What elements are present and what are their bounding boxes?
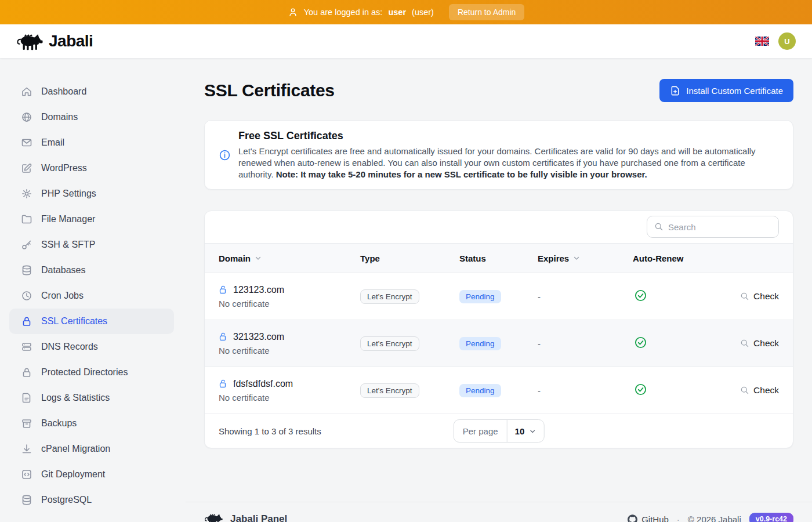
sidebar-item-cron-jobs[interactable]: Cron Jobs xyxy=(9,283,174,309)
page-footer: Jabali Panel GitHub · © 2026 Jabali v0.9… xyxy=(186,502,812,522)
sidebar-item-label: SSL Certificates xyxy=(41,316,107,327)
auto-renew-check-icon xyxy=(634,289,647,302)
search-icon xyxy=(740,339,749,348)
certificate-status-text: No certificate xyxy=(219,393,360,403)
info-box-title: Free SSL Certificates xyxy=(238,129,777,142)
globe-icon xyxy=(21,111,32,123)
expires-value: - xyxy=(538,339,633,349)
boar-logo-icon xyxy=(16,32,43,50)
folder-icon xyxy=(21,213,32,225)
logged-in-username: user xyxy=(388,8,406,17)
sidebar-item-label: Git Deployment xyxy=(41,469,105,480)
database-icon xyxy=(21,494,32,506)
sidebar-item-dns-records[interactable]: DNS Records xyxy=(9,334,174,360)
type-badge: Let's Encrypt xyxy=(360,289,419,304)
install-custom-certificate-button[interactable]: Install Custom Certificate xyxy=(659,79,793,102)
gear-icon xyxy=(21,188,32,200)
column-header-auto-renew: Auto-Renew xyxy=(633,253,779,263)
table-row: 321323.com No certificate Let's Encrypt … xyxy=(205,320,793,367)
sidebar-nav: DashboardDomainsEmailWordPressPHP Settin… xyxy=(0,58,186,522)
free-ssl-info-box: Free SSL Certificates Let's Encrypt cert… xyxy=(204,120,793,190)
table-header-row: Domain Type Status Expires Auto-Renew xyxy=(205,243,793,273)
info-box-body: Let's Encrypt certificates are free and … xyxy=(238,146,777,180)
info-body-note: Note: It may take 5-20 minutes for a new… xyxy=(276,169,647,179)
unlock-icon xyxy=(219,379,229,389)
user-avatar[interactable]: U xyxy=(778,32,796,50)
column-header-domain[interactable]: Domain xyxy=(219,253,360,263)
domain-name: 321323.com xyxy=(233,332,284,342)
return-to-admin-button[interactable]: Return to Admin xyxy=(449,4,524,20)
sidebar-item-ssl-certificates[interactable]: SSL Certificates xyxy=(9,309,174,334)
type-badge: Let's Encrypt xyxy=(360,383,419,398)
auto-renew-check-icon xyxy=(634,336,647,349)
sidebar-item-label: WordPress xyxy=(41,163,87,173)
status-badge: Pending xyxy=(459,337,501,350)
boar-logo-icon xyxy=(204,513,223,522)
check-certificate-button[interactable]: Check xyxy=(740,385,779,396)
status-badge: Pending xyxy=(459,290,501,303)
sidebar-item-cpanel-migration[interactable]: cPanel Migration xyxy=(9,436,174,462)
sidebar-item-protected-directories[interactable]: Protected Directories xyxy=(9,360,174,385)
person-icon xyxy=(288,7,298,17)
sidebar-item-git-deployment[interactable]: Git Deployment xyxy=(9,462,174,487)
archive-icon xyxy=(21,418,32,429)
server-icon xyxy=(21,341,32,353)
sidebar-item-databases[interactable]: Databases xyxy=(9,258,174,283)
logged-in-text: You are logged in as: xyxy=(304,8,383,17)
file-text-icon xyxy=(21,392,32,404)
search-input[interactable] xyxy=(668,222,771,232)
sidebar-item-label: PHP Settings xyxy=(41,188,96,199)
column-label: Auto-Renew xyxy=(633,253,684,263)
code-icon xyxy=(21,469,32,480)
install-button-label: Install Custom Certificate xyxy=(686,86,783,96)
per-page-select[interactable]: Per page 10 xyxy=(454,419,545,443)
sidebar-item-logs-statistics[interactable]: Logs & Statistics xyxy=(9,385,174,411)
sidebar-item-ssh-sftp[interactable]: SSH & SFTP xyxy=(9,232,174,258)
sidebar-item-php-settings[interactable]: PHP Settings xyxy=(9,181,174,206)
language-flag-icon[interactable] xyxy=(755,37,769,46)
column-header-expires[interactable]: Expires xyxy=(538,253,633,263)
clock-icon xyxy=(21,290,32,302)
sidebar-item-email[interactable]: Email xyxy=(9,130,174,155)
sidebar-item-label: cPanel Migration xyxy=(41,444,110,454)
brand-name: Jabali xyxy=(49,32,93,50)
sidebar-item-label: Domains xyxy=(41,112,78,122)
column-label: Type xyxy=(360,253,380,263)
brand-logo[interactable]: Jabali xyxy=(16,32,93,50)
column-header-status: Status xyxy=(459,253,538,263)
page-title: SSL Certificates xyxy=(204,81,335,100)
search-icon xyxy=(740,292,749,301)
type-badge: Let's Encrypt xyxy=(360,336,419,351)
domain-name: 123123.com xyxy=(233,285,284,295)
column-header-type: Type xyxy=(360,253,459,263)
search-icon xyxy=(740,386,749,395)
sidebar-item-file-manager[interactable]: File Manager xyxy=(9,206,174,232)
github-link[interactable]: GitHub xyxy=(628,514,669,522)
check-label: Check xyxy=(753,385,779,396)
sidebar-item-label: SSH & SFTP xyxy=(41,240,95,250)
sidebar-item-backups[interactable]: Backups xyxy=(9,411,174,436)
table-pagination: Showing 1 to 3 of 3 results Per page 10 xyxy=(205,414,793,448)
file-plus-icon xyxy=(670,85,681,96)
chevron-down-icon xyxy=(572,254,581,262)
key-icon xyxy=(21,239,32,251)
sidebar-item-label: Databases xyxy=(41,265,86,276)
sidebar-item-dashboard[interactable]: Dashboard xyxy=(9,79,174,104)
sidebar-item-wordpress[interactable]: WordPress xyxy=(9,155,174,181)
expires-value: - xyxy=(538,386,633,396)
sidebar-item-label: Backups xyxy=(41,418,77,429)
check-certificate-button[interactable]: Check xyxy=(740,338,779,349)
home-icon xyxy=(21,86,32,97)
per-page-label: Per page xyxy=(454,420,507,442)
impersonation-banner: You are logged in as: user (user) Return… xyxy=(0,0,812,24)
sidebar-item-postgresql[interactable]: PostgreSQL xyxy=(9,487,174,513)
auto-renew-check-icon xyxy=(634,383,647,396)
chevron-down-icon xyxy=(528,427,536,435)
check-certificate-button[interactable]: Check xyxy=(740,291,779,302)
sidebar-item-label: Email xyxy=(41,137,64,148)
app-header: Jabali U xyxy=(0,24,812,58)
results-summary: Showing 1 to 3 of 3 results xyxy=(219,426,321,436)
chevron-down-icon xyxy=(254,254,262,262)
mail-icon xyxy=(21,137,32,148)
sidebar-item-domains[interactable]: Domains xyxy=(9,104,174,130)
